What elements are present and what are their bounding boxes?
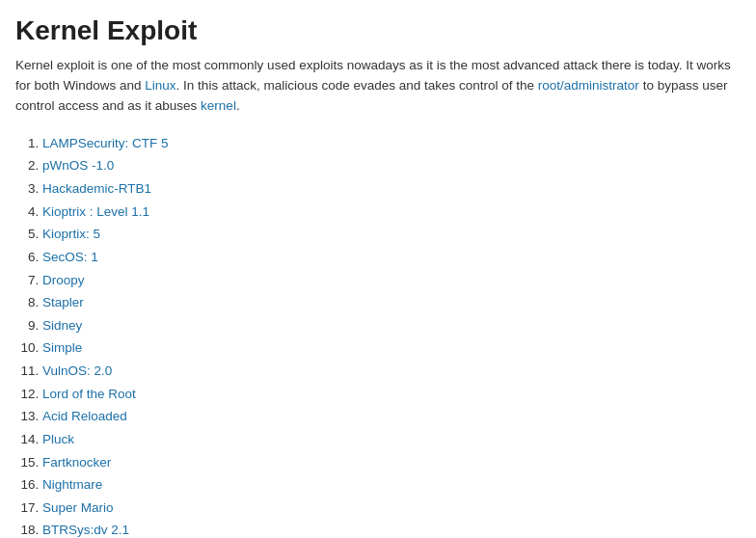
list-item: Simple <box>42 336 741 360</box>
list-item-link[interactable]: Stapler <box>42 295 84 309</box>
list-item: Sidney <box>42 314 741 337</box>
list-item-link[interactable]: Simple <box>42 340 82 355</box>
list-item-link[interactable]: pWnOS -1.0 <box>42 158 114 173</box>
list-item: Fartknocker <box>42 451 741 474</box>
list-item-link[interactable]: Sidney <box>42 318 82 333</box>
list-item: Acid Reloaded <box>42 405 741 428</box>
list-item: Nightmare <box>42 473 741 497</box>
list-item: Hackademic-RTB1 <box>42 177 741 201</box>
linux-link: Linux <box>145 78 176 93</box>
list-item-link[interactable]: Hackademic-RTB1 <box>42 181 151 196</box>
list-item-link[interactable]: Pluck <box>42 432 74 446</box>
root-admin-link: root/administrator <box>538 78 639 93</box>
list-item-link[interactable]: VulnOS: 2.0 <box>42 363 112 378</box>
list-item: Droopy <box>42 269 741 292</box>
list-item: Kioprtix: 5 <box>42 223 741 246</box>
page-description: Kernel exploit is one of the most common… <box>15 56 741 117</box>
list-item: Kioptrix : Level 1.1 <box>42 201 741 224</box>
list-item-link[interactable]: LAMPSecurity: CTF 5 <box>42 136 169 150</box>
list-item-link[interactable]: Super Mario <box>42 500 114 515</box>
exploit-list: LAMPSecurity: CTF 5pWnOS -1.0Hackademic-… <box>42 132 741 538</box>
list-item: BTRSys:dv 2.1 <box>42 519 741 538</box>
list-item-link[interactable]: BTRSys:dv 2.1 <box>42 523 129 537</box>
list-item-link[interactable]: Acid Reloaded <box>42 409 127 423</box>
list-item-link[interactable]: Droopy <box>42 273 85 287</box>
list-item-link[interactable]: Nightmare <box>42 477 102 492</box>
list-item-link[interactable]: Kioprtix: 5 <box>42 227 100 241</box>
page-title: Kernel Exploit <box>15 15 741 46</box>
list-item: Pluck <box>42 428 741 451</box>
list-item-link[interactable]: Lord of the Root <box>42 387 136 401</box>
list-item: LAMPSecurity: CTF 5 <box>42 132 741 155</box>
list-item-link[interactable]: Kioptrix : Level 1.1 <box>42 204 149 219</box>
list-item: Stapler <box>42 291 741 314</box>
list-item: Super Mario <box>42 497 741 520</box>
list-item: Lord of the Root <box>42 383 741 406</box>
list-item: pWnOS -1.0 <box>42 154 741 177</box>
kernel-link: kernel <box>201 98 236 113</box>
list-item: SecOS: 1 <box>42 246 741 269</box>
list-item: VulnOS: 2.0 <box>42 360 741 383</box>
list-item-link[interactable]: Fartknocker <box>42 455 111 470</box>
list-item-link[interactable]: SecOS: 1 <box>42 250 98 264</box>
